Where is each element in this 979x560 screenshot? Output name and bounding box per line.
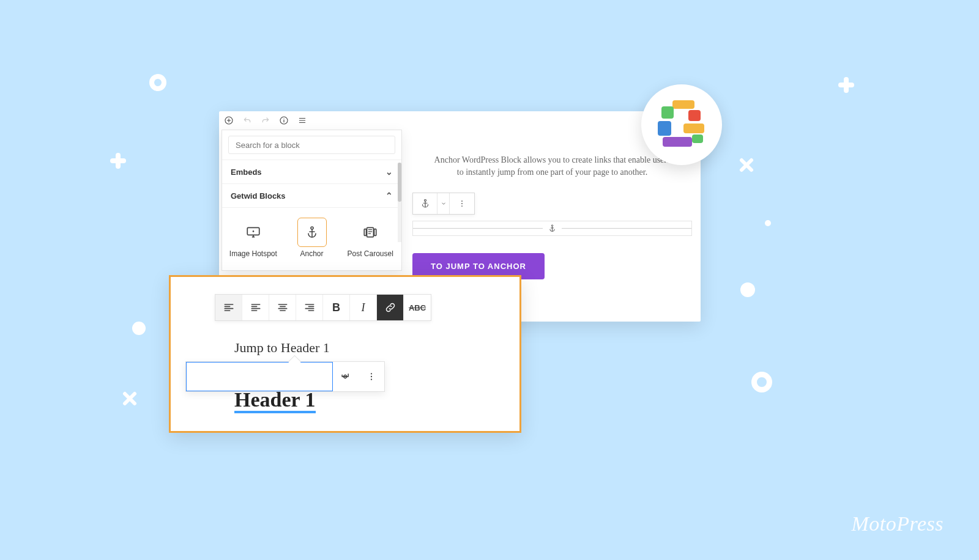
block-search-wrap: [222, 130, 401, 160]
anchor-divider: [412, 221, 692, 236]
block-grid: Image Hotspot Anchor Post Carousel: [222, 208, 401, 270]
svg-rect-5: [367, 227, 374, 237]
block-picker-panel: Embeds ⌄ Getwid Blocks ⌃ Image Hotspot: [221, 130, 402, 271]
scrollbar-thumb[interactable]: [398, 163, 401, 202]
undo-button[interactable]: [241, 114, 253, 127]
svg-point-13: [371, 373, 372, 374]
deco-plus-left: [110, 153, 126, 169]
tile-label: Post Carousel: [344, 249, 396, 258]
align-center-button[interactable]: [269, 295, 296, 320]
align-right-button[interactable]: [296, 295, 323, 320]
toolbar-more-icon[interactable]: [450, 193, 474, 214]
strikethrough-button[interactable]: ABC: [404, 295, 431, 320]
preview-area: Anchor WordPress Block allows you to cre…: [409, 139, 696, 279]
svg-point-10: [461, 203, 463, 204]
add-block-button[interactable]: [223, 114, 235, 127]
section-embeds[interactable]: Embeds ⌄: [222, 160, 401, 184]
italic-button[interactable]: I: [350, 295, 377, 320]
monitor-icon: [239, 218, 268, 247]
heading-text-inner: Header 1: [234, 388, 316, 413]
deco-x-bottom-left: [122, 391, 138, 407]
svg-point-12: [551, 224, 553, 226]
bold-button[interactable]: B: [323, 295, 350, 320]
toolbar-anchor-icon[interactable]: [413, 193, 437, 214]
tile-image-hotspot[interactable]: Image Hotspot: [226, 214, 281, 262]
section-getwid-label: Getwid Blocks: [231, 191, 286, 201]
link-popover: [185, 361, 385, 392]
tile-anchor[interactable]: Anchor: [285, 214, 340, 262]
svg-rect-6: [364, 229, 366, 236]
carousel-icon: [355, 218, 385, 247]
anchor-description: Anchor WordPress Block allows you to cre…: [433, 154, 671, 179]
info-button[interactable]: [278, 114, 290, 127]
link-url-input[interactable]: [186, 362, 333, 391]
section-getwid[interactable]: Getwid Blocks ⌃: [222, 184, 401, 208]
align-left-button[interactable]: [242, 295, 269, 320]
deco-plus-top-right: [838, 77, 854, 93]
svg-rect-7: [374, 229, 376, 236]
anchor-icon: [297, 218, 327, 247]
paragraph-text[interactable]: Jump to Header 1: [234, 340, 330, 356]
heading-text[interactable]: Header 1: [234, 388, 316, 411]
brand-signature: MotoPress: [851, 512, 944, 536]
svg-point-14: [371, 376, 372, 377]
deco-dot-right: [740, 282, 755, 297]
svg-point-9: [461, 201, 463, 202]
anchor-block-toolbar: [412, 193, 475, 215]
divider-line-left: [413, 228, 543, 229]
redo-button[interactable]: [259, 114, 272, 127]
getwid-badge: [641, 84, 722, 165]
getwid-logo-icon: [658, 100, 705, 149]
tile-label: Image Hotspot: [227, 249, 280, 258]
block-search-input[interactable]: [228, 136, 395, 154]
apply-link-button[interactable]: [333, 362, 359, 391]
deco-x-right: [739, 158, 756, 175]
deco-dot-mid-left: [132, 322, 146, 335]
chevron-up-icon: ⌃: [385, 191, 393, 201]
paragraph-toolbar: B I ABC: [215, 294, 431, 321]
link-more-button[interactable]: [359, 362, 384, 391]
svg-point-3: [253, 230, 255, 232]
divider-line-right: [562, 228, 691, 229]
tile-label: Anchor: [286, 249, 338, 258]
canvas: Embeds ⌄ Getwid Blocks ⌃ Image Hotspot: [0, 0, 979, 560]
tools-button[interactable]: [296, 114, 308, 127]
deco-dot-small: [765, 220, 771, 226]
chevron-down-icon: ⌄: [385, 167, 393, 177]
editor-topbar: [219, 111, 701, 130]
deco-circle-bottom-right: [751, 372, 772, 392]
anchor-icon: [543, 224, 562, 233]
toolbar-chevron-icon[interactable]: [437, 193, 450, 214]
tile-post-carousel[interactable]: Post Carousel: [343, 214, 398, 262]
link-button[interactable]: [377, 295, 404, 320]
deco-circle-top-left: [149, 74, 166, 91]
align-widget-button[interactable]: [215, 295, 242, 320]
highlight-panel: B I ABC Jump to Header 1 Header 1: [169, 275, 521, 433]
svg-point-11: [461, 205, 463, 207]
section-embeds-label: Embeds: [231, 168, 262, 177]
svg-point-15: [371, 379, 372, 380]
